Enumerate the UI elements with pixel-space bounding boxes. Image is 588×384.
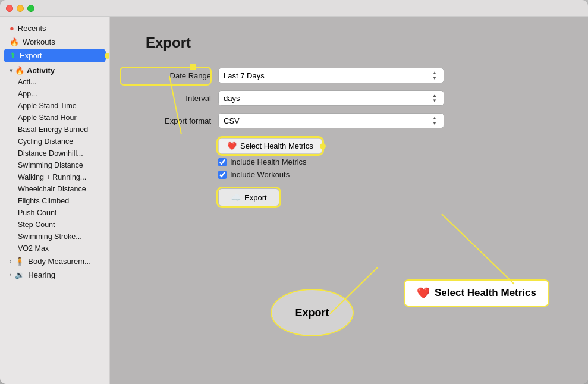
sidebar-sub-distance-downhill-label: Distance Downhill... <box>18 149 83 158</box>
sidebar-sub-vo2-max-label: VO2 Max <box>18 244 49 253</box>
sidebar-sub-apple-stand-hour[interactable]: Apple Stand Hour <box>0 112 109 124</box>
date-range-label: Date Range <box>146 71 211 80</box>
activity-flame-icon: 🔥 <box>15 66 24 75</box>
date-range-row: Date Range Last 7 Days ▲ ▼ <box>146 68 552 83</box>
sidebar-item-export[interactable]: ⬆ Export <box>4 49 106 62</box>
close-button[interactable] <box>6 5 13 12</box>
sidebar-sub-apple-stand-time-label: Apple Stand Time <box>18 102 77 110</box>
minimize-button[interactable] <box>17 5 24 12</box>
sidebar-sub-cycling-label: Cycling Distance <box>18 137 73 146</box>
sidebar-sub-apple-stand-time[interactable]: Apple Stand Time <box>0 100 109 112</box>
hearing-icon: 🔉 <box>15 270 24 279</box>
sidebar-item-workouts-label: Workouts <box>23 37 55 46</box>
sidebar-sub-wheelchair-label: Wheelchair Distance <box>18 185 86 193</box>
sidebar-section-activity: ▾ 🔥 Activity <box>0 62 109 76</box>
callout-heart-icon: ❤️ <box>417 287 430 300</box>
sidebar-item-hearing[interactable]: › 🔉 Hearing <box>0 268 109 282</box>
interval-stepper[interactable]: ▲ ▼ <box>430 91 439 105</box>
sidebar-section-activity-label: Activity <box>27 66 55 75</box>
export-callout-label: Export <box>295 307 329 319</box>
hearing-chevron: › <box>10 272 11 278</box>
sidebar-sub-basal-energy-label: Basal Energy Burned <box>18 125 88 134</box>
export-format-value: CSV <box>224 117 240 125</box>
sidebar-sub-walking-running-label: Walking + Running... <box>18 173 86 181</box>
sidebar-sub-swimming-strokes-label: Swimming Stroke... <box>18 232 82 241</box>
sidebar-sub-swimming-strokes[interactable]: Swimming Stroke... <box>0 231 109 243</box>
recents-icon: ● <box>10 24 14 33</box>
export-button-label: Export <box>244 193 267 202</box>
select-health-metrics-button[interactable]: ❤️ Select Health Metrics <box>218 138 322 154</box>
export-format-select[interactable]: CSV ▲ ▼ <box>218 113 444 128</box>
sidebar-sub-swimming-distance[interactable]: Swimming Distance <box>0 159 109 171</box>
include-health-metrics-label: Include Health Metrics <box>230 158 307 166</box>
sidebar-sub-swimming-distance-label: Swimming Distance <box>18 161 83 169</box>
sidebar-item-body-measurements-label: Body Measurem... <box>28 257 91 266</box>
sidebar-item-workouts[interactable]: 🔥 Workouts <box>0 35 109 49</box>
sidebar-item-recents[interactable]: ● Recents <box>0 21 109 35</box>
sidebar-sub-wheelchair[interactable]: Wheelchair Distance <box>0 183 109 195</box>
sidebar-sub-distance-downhill[interactable]: Distance Downhill... <box>0 147 109 159</box>
maximize-button[interactable] <box>27 5 34 12</box>
sidebar-sub-push-count-label: Push Count <box>18 209 56 217</box>
date-range-select[interactable]: Last 7 Days ▲ ▼ <box>218 68 444 83</box>
main-window: ● Recents 🔥 Workouts ⬆ Export ▾ 🔥 Activi… <box>0 0 588 384</box>
body-measurements-chevron: › <box>10 258 11 265</box>
sidebar-sub-cycling[interactable]: Cycling Distance <box>0 136 109 147</box>
heart-icon: ❤️ <box>227 141 237 150</box>
title-bar <box>0 0 588 17</box>
sidebar-sub-flights[interactable]: Flights Climbed <box>0 195 109 207</box>
sidebar-sub-push-count[interactable]: Push Count <box>0 207 109 219</box>
sidebar-sub-walking-running[interactable]: Walking + Running... <box>0 171 109 183</box>
include-workouts-checkbox[interactable] <box>218 171 227 179</box>
interval-down[interactable]: ▼ <box>432 99 437 103</box>
export-callout-circle: Export <box>271 289 354 336</box>
interval-value: days <box>224 94 240 103</box>
interval-up[interactable]: ▲ <box>432 93 437 98</box>
date-range-stepper[interactable]: ▲ ▼ <box>430 68 439 83</box>
select-health-dot <box>320 143 326 149</box>
export-format-row: Export format CSV ▲ ▼ <box>146 113 552 128</box>
sidebar-sub-flights-label: Flights Climbed <box>18 197 69 205</box>
buttons-section: ❤️ Select Health Metrics Include Health … <box>218 138 552 179</box>
sidebar-item-hearing-label: Hearing <box>28 270 55 279</box>
sidebar-sub-acti[interactable]: Acti... <box>0 76 109 88</box>
sidebar-sub-app-label: App... <box>18 90 37 98</box>
cloud-up-icon: ☁️ <box>231 193 241 202</box>
svg-line-2 <box>330 267 378 314</box>
interval-label: Interval <box>146 94 211 103</box>
content-area: ● Recents 🔥 Workouts ⬆ Export ▾ 🔥 Activi… <box>0 17 588 384</box>
include-health-metrics-checkbox[interactable] <box>218 158 227 166</box>
sidebar-sub-acti-label: Acti... <box>18 78 36 86</box>
sidebar-item-body-measurements[interactable]: › 🧍 Body Measurem... <box>0 254 109 268</box>
date-range-up[interactable]: ▲ <box>432 71 437 75</box>
include-workouts-label: Include Workouts <box>230 170 290 179</box>
export-format-stepper[interactable]: ▲ ▼ <box>430 114 439 128</box>
sidebar: ● Recents 🔥 Workouts ⬆ Export ▾ 🔥 Activi… <box>0 17 110 384</box>
interval-select[interactable]: days ▲ ▼ <box>218 90 444 106</box>
include-health-metrics-row: Include Health Metrics <box>218 158 552 166</box>
include-workouts-row: Include Workouts <box>218 170 552 179</box>
export-format-down[interactable]: ▼ <box>432 121 437 126</box>
sidebar-sub-apple-stand-hour-label: Apple Stand Hour <box>18 114 77 122</box>
sidebar-sub-step-count-label: Step Count <box>18 221 55 229</box>
select-health-metrics-label: Select Health Metrics <box>240 141 313 150</box>
sidebar-item-recents-label: Recents <box>18 24 46 33</box>
date-range-value: Last 7 Days <box>224 71 265 80</box>
sidebar-sub-basal-energy[interactable]: Basal Energy Burned <box>0 124 109 136</box>
body-measurements-icon: 🧍 <box>15 257 24 266</box>
export-button[interactable]: ☁️ Export <box>218 188 279 206</box>
interval-row: Interval days ▲ ▼ <box>146 90 552 106</box>
flame-icon: 🔥 <box>10 37 19 46</box>
export-format-label: Export format <box>146 117 211 125</box>
select-health-callout-box: ❤️ Select Health Metrics <box>404 279 549 307</box>
export-format-up[interactable]: ▲ <box>432 116 437 121</box>
active-dot <box>105 53 110 59</box>
sidebar-sub-step-count[interactable]: Step Count <box>0 219 109 231</box>
svg-line-1 <box>442 214 514 284</box>
date-range-down[interactable]: ▼ <box>432 76 437 81</box>
sidebar-sub-vo2-max[interactable]: VO2 Max <box>0 243 109 254</box>
sidebar-item-export-label: Export <box>20 51 42 60</box>
export-nav-icon: ⬆ <box>10 51 16 60</box>
sidebar-sub-app[interactable]: App... <box>0 88 109 100</box>
main-content: Export Date Range Last 7 Days ▲ ▼ Interv… <box>110 17 588 384</box>
